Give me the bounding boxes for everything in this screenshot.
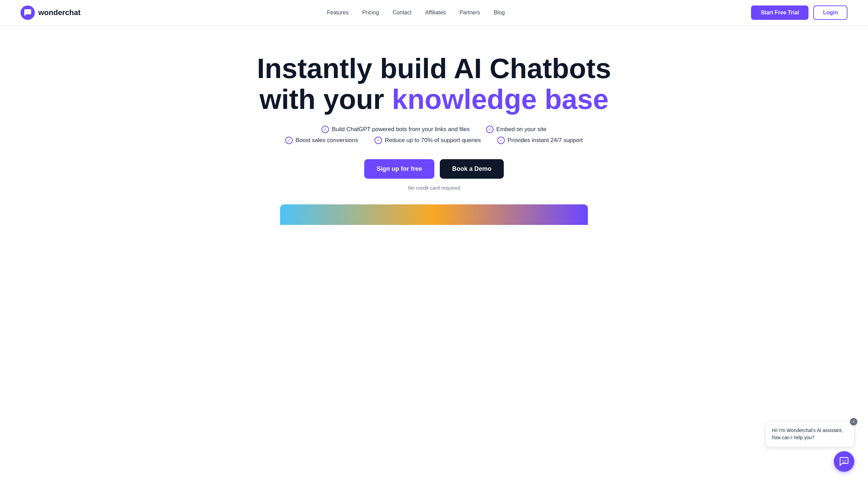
nav-affiliates[interactable]: Affiliates	[425, 10, 446, 15]
nav-partners[interactable]: Partners	[459, 10, 480, 15]
check-icon-4: ✓	[374, 137, 382, 144]
svg-point-3	[842, 460, 843, 461]
start-trial-button[interactable]: Start Free Trial	[751, 5, 808, 20]
nav-features[interactable]: Features	[327, 10, 348, 15]
check-icon-2: ✓	[486, 126, 494, 133]
preview-bar	[280, 204, 588, 225]
hero-title: Instantly build AI Chatbots with your kn…	[257, 53, 611, 115]
close-icon[interactable]: ×	[850, 418, 857, 426]
feature-embed: ✓ Embed on your site	[486, 126, 546, 133]
nav-contact[interactable]: Contact	[393, 10, 411, 15]
hero-features-row2: ✓ Boost sales conversions ✓ Reduce up to…	[285, 137, 583, 144]
chat-message: Hi! I'm Wonderchat's AI assistant, how c…	[772, 428, 843, 440]
nav-links: Features Pricing Contact Affiliates Part…	[327, 10, 505, 16]
svg-point-1	[27, 12, 28, 12]
logo-icon	[21, 5, 35, 20]
svg-point-4	[845, 460, 846, 461]
chat-icon	[24, 9, 32, 17]
nav-pricing[interactable]: Pricing	[362, 10, 379, 15]
chat-widget: × Hi! I'm Wonderchat's AI assistant, how…	[765, 421, 854, 472]
svg-point-2	[29, 12, 29, 12]
login-button[interactable]: Login	[813, 5, 847, 20]
hero-note: No credit card required	[408, 185, 460, 191]
check-icon-5: ✓	[497, 137, 505, 144]
hero-features: ✓ Build ChatGPT powered bots from your l…	[285, 126, 583, 144]
hero-title-line1: Instantly build AI Chatbots	[257, 53, 611, 84]
check-icon-3: ✓	[285, 137, 293, 144]
logo-link[interactable]: wonderchat	[21, 5, 80, 20]
hero-section: Instantly build AI Chatbots with your kn…	[0, 26, 868, 239]
hero-buttons: Sign up for free Book a Demo	[364, 159, 504, 179]
nav-blog[interactable]: Blog	[494, 10, 505, 15]
book-demo-button[interactable]: Book a Demo	[440, 159, 504, 179]
feature-reduce: ✓ Reduce up to 70% of support queries	[374, 137, 481, 144]
feature-support: ✓ Provides instant 24/7 support	[497, 137, 583, 144]
logo-text: wonderchat	[38, 8, 80, 17]
chat-bubble: × Hi! I'm Wonderchat's AI assistant, how…	[765, 421, 854, 447]
feature-chatgpt: ✓ Build ChatGPT powered bots from your l…	[321, 126, 470, 133]
signup-button[interactable]: Sign up for free	[364, 159, 434, 179]
hero-title-highlight: knowledge base	[392, 84, 608, 115]
nav-actions: Start Free Trial Login	[751, 5, 847, 20]
svg-point-0	[26, 12, 27, 12]
check-icon-1: ✓	[321, 126, 329, 133]
hero-title-line2: with your	[260, 84, 392, 115]
navbar: wonderchat Features Pricing Contact Affi…	[0, 0, 868, 26]
chat-avatar-button[interactable]	[834, 451, 854, 472]
hero-features-row1: ✓ Build ChatGPT powered bots from your l…	[285, 126, 583, 133]
chat-bot-icon	[839, 457, 849, 466]
feature-sales: ✓ Boost sales conversions	[285, 137, 358, 144]
